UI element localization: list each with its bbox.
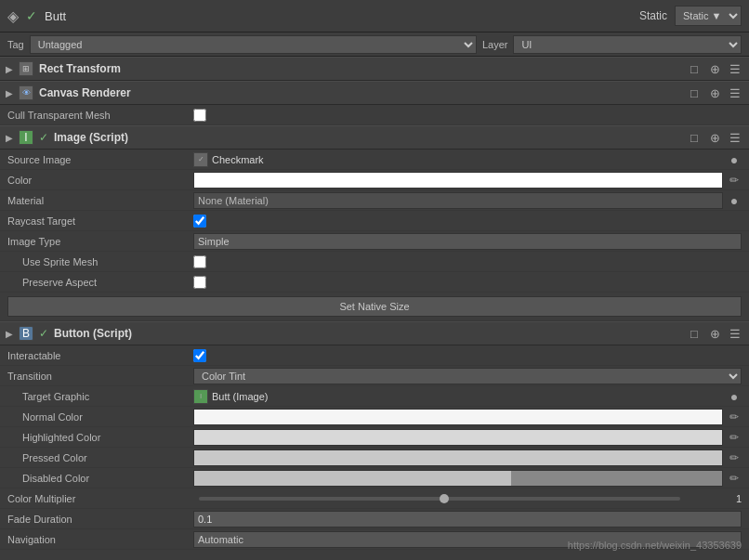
button-script-section-header[interactable]: ▶ B ✓ Button (Script) □ ⊕ ☰ xyxy=(0,321,749,345)
tag-layer-row: Tag Untagged Layer UI xyxy=(0,33,749,57)
layer-label: Layer xyxy=(482,39,508,50)
fade-duration-row: Fade Duration 0.1 xyxy=(0,509,749,529)
interactable-checkbox[interactable] xyxy=(193,349,206,362)
button-script-copy-icon[interactable]: □ xyxy=(686,327,703,341)
color-multiplier-value: 1 xyxy=(686,493,742,504)
target-graphic-label: Target Graphic xyxy=(7,391,193,402)
source-image-picker-icon[interactable]: ● xyxy=(727,152,742,167)
use-sprite-mesh-checkbox[interactable] xyxy=(193,255,206,268)
use-sprite-mesh-label: Use Sprite Mesh xyxy=(7,256,193,267)
navigation-row: Navigation Automatic xyxy=(0,529,749,550)
canvas-renderer-arrow-icon: ▶ xyxy=(6,88,13,98)
raycast-target-label: Raycast Target xyxy=(7,215,193,227)
source-image-value: Checkmark xyxy=(212,154,264,165)
normal-color-label: Normal Color xyxy=(7,411,193,423)
highlighted-color-label: Highlighted Color xyxy=(7,432,193,443)
pressed-color-row: Pressed Color ✏ xyxy=(0,448,749,468)
source-image-row: Source Image ✓ Checkmark ● xyxy=(0,150,749,170)
color-multiplier-slider[interactable] xyxy=(199,497,680,501)
tag-select[interactable]: Untagged xyxy=(30,35,477,54)
button-script-icon: B xyxy=(19,326,33,341)
image-script-section-header[interactable]: ▶ I ✓ Image (Script) □ ⊕ ☰ xyxy=(0,125,749,150)
button-script-settings-icon[interactable]: ⊕ xyxy=(706,327,723,341)
color-multiplier-label: Color Multiplier xyxy=(7,493,193,504)
target-graphic-thumb: I xyxy=(193,389,208,404)
color-edit-icon[interactable]: ✏ xyxy=(727,174,742,187)
interactable-row: Interactable xyxy=(0,345,749,366)
navigation-select[interactable]: Automatic xyxy=(193,531,742,548)
use-sprite-mesh-row: Use Sprite Mesh xyxy=(0,252,749,272)
raycast-target-checkbox[interactable] xyxy=(193,215,206,228)
preserve-aspect-checkbox[interactable] xyxy=(193,276,206,289)
cull-transparent-row: Cull Transparent Mesh xyxy=(0,105,749,125)
layer-select[interactable]: UI xyxy=(513,35,742,54)
transition-row: Transition Color Tint xyxy=(0,366,749,386)
target-graphic-picker-icon[interactable]: ● xyxy=(727,389,742,404)
cull-transparent-label: Cull Transparent Mesh xyxy=(7,110,193,121)
navigation-label: Navigation xyxy=(7,534,193,545)
canvas-renderer-icon: 👁 xyxy=(19,85,33,100)
rect-transform-section-header[interactable]: ▶ ⊞ Rect Transform □ ⊕ ☰ xyxy=(0,57,749,81)
color-multiplier-row: Color Multiplier 1 xyxy=(0,488,749,509)
pressed-color-label: Pressed Color xyxy=(7,452,193,463)
material-picker-icon[interactable]: ● xyxy=(727,193,742,208)
canvas-renderer-menu-icon[interactable]: ☰ xyxy=(727,86,743,100)
set-native-size-row: Set Native Size xyxy=(0,293,749,321)
disabled-color-picker[interactable] xyxy=(193,470,723,487)
rect-transform-title: Rect Transform xyxy=(39,62,121,75)
cull-transparent-checkbox[interactable] xyxy=(193,109,206,122)
color-label: Color xyxy=(7,175,193,186)
transition-label: Transition xyxy=(7,371,193,382)
source-image-label: Source Image xyxy=(7,154,193,165)
pressed-color-picker[interactable] xyxy=(193,449,723,466)
interactable-label: Interactable xyxy=(7,350,193,361)
raycast-target-row: Raycast Target xyxy=(0,211,749,231)
canvas-renderer-copy-icon[interactable]: □ xyxy=(686,86,703,100)
rect-transform-arrow-icon: ▶ xyxy=(6,64,13,74)
tag-label: Tag xyxy=(7,39,24,50)
normal-color-edit-icon[interactable]: ✏ xyxy=(727,410,742,423)
static-dropdown[interactable]: Static ▼ xyxy=(675,6,742,26)
target-graphic-row: Target Graphic I Butt (Image) ● xyxy=(0,386,749,407)
image-script-settings-icon[interactable]: ⊕ xyxy=(706,131,723,145)
button-script-menu-icon[interactable]: ☰ xyxy=(727,327,743,341)
image-script-copy-icon[interactable]: □ xyxy=(686,131,703,145)
normal-color-row: Normal Color ✏ xyxy=(0,407,749,427)
highlighted-color-row: Highlighted Color ✏ xyxy=(0,427,749,448)
color-picker[interactable] xyxy=(193,172,723,189)
header-bar: ◈ ✓ Butt Static Static ▼ xyxy=(0,0,749,33)
pressed-color-edit-icon[interactable]: ✏ xyxy=(727,451,742,464)
target-graphic-value: Butt (Image) xyxy=(212,391,269,402)
normal-color-picker[interactable] xyxy=(193,409,723,425)
disabled-color-edit-icon[interactable]: ✏ xyxy=(727,472,742,485)
highlighted-color-edit-icon[interactable]: ✏ xyxy=(727,431,742,444)
image-type-select[interactable]: Simple xyxy=(193,233,742,250)
material-field[interactable]: None (Material) xyxy=(193,192,723,209)
unity-logo-icon: ◈ xyxy=(7,7,19,25)
transition-select[interactable]: Color Tint xyxy=(193,368,742,384)
button-script-check[interactable]: ✓ xyxy=(39,327,48,340)
rect-transform-copy-icon[interactable]: □ xyxy=(686,62,703,76)
material-value: None (Material) xyxy=(198,195,269,206)
rect-transform-menu-icon[interactable]: ☰ xyxy=(727,62,743,76)
canvas-renderer-title: Canvas Renderer xyxy=(39,86,131,99)
material-row: Material None (Material) ● xyxy=(0,190,749,211)
fade-duration-input[interactable]: 0.1 xyxy=(193,511,742,527)
fade-duration-label: Fade Duration xyxy=(7,514,193,525)
preserve-aspect-label: Preserve Aspect xyxy=(7,277,193,288)
preserve-aspect-row: Preserve Aspect xyxy=(0,272,749,293)
image-script-check[interactable]: ✓ xyxy=(39,131,48,144)
active-toggle-icon[interactable]: ✓ xyxy=(26,8,37,23)
canvas-renderer-settings-icon[interactable]: ⊕ xyxy=(706,86,723,100)
canvas-renderer-section-header[interactable]: ▶ 👁 Canvas Renderer □ ⊕ ☰ xyxy=(0,81,749,105)
set-native-size-button[interactable]: Set Native Size xyxy=(7,296,742,317)
image-script-menu-icon[interactable]: ☰ xyxy=(727,131,743,145)
image-type-row: Image Type Simple xyxy=(0,231,749,252)
source-image-thumb: ✓ xyxy=(193,152,208,167)
rect-transform-settings-icon[interactable]: ⊕ xyxy=(706,62,723,76)
object-name-field[interactable]: Butt xyxy=(45,9,632,23)
color-row: Color ✏ xyxy=(0,170,749,190)
highlighted-color-picker[interactable] xyxy=(193,429,723,446)
button-script-arrow-icon: ▶ xyxy=(6,329,13,339)
image-script-title: Image (Script) xyxy=(54,131,128,144)
